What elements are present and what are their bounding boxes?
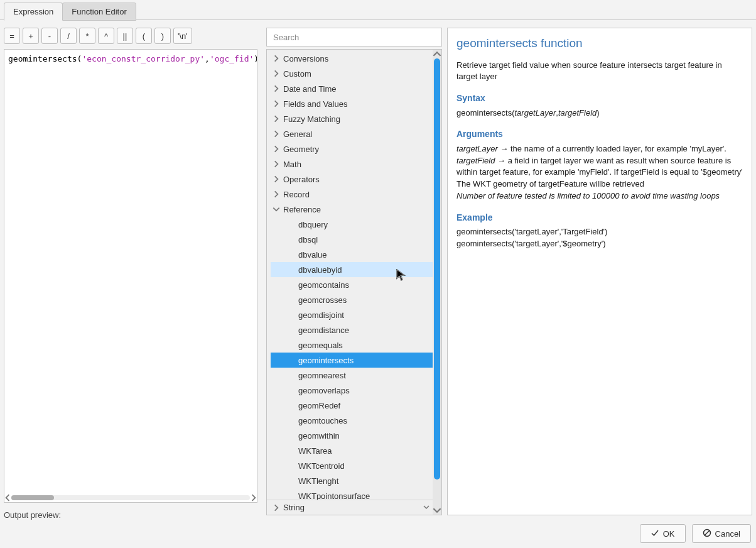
op-plus[interactable]: + — [23, 28, 39, 44]
cancel-icon — [703, 529, 711, 539]
tree-leaf-wktlenght[interactable]: WKTlenght — [271, 473, 433, 488]
tree-leaf-geomequals[interactable]: geomequals — [271, 337, 433, 353]
tree-category-custom[interactable]: Custom — [271, 66, 433, 81]
tree-leaf-geomcontains[interactable]: geomcontains — [271, 277, 433, 292]
help-syntax: geomintersects(targetLayer,targetField) — [456, 107, 743, 119]
tree-category-geometry[interactable]: Geometry — [271, 141, 433, 156]
tree-leaf-wktcentroid[interactable]: WKTcentroid — [271, 458, 433, 473]
tree-leaf-geomwithin[interactable]: geomwithin — [271, 428, 433, 443]
tree-category-fields-and-values[interactable]: Fields and Values — [271, 96, 433, 111]
help-description: Retrieve target field value when source … — [456, 60, 743, 84]
tree-category-reference[interactable]: Reference — [271, 202, 433, 217]
help-example-2: geomintersects('targetLayer','$geometry'… — [456, 238, 743, 250]
help-argument-1: targetLayer → the name of a currently lo… — [456, 143, 743, 155]
tree-leaf-dbvalue[interactable]: dbvalue — [271, 247, 433, 262]
tree-category-operators[interactable]: Operators — [271, 172, 433, 187]
cancel-button[interactable]: Cancel — [692, 524, 751, 543]
operator-toolbar: = + - / * ^ || ( ) '\n' — [4, 28, 192, 44]
tree-category-general[interactable]: General — [271, 126, 433, 141]
op-newline[interactable]: '\n' — [173, 28, 192, 44]
scroll-thumb[interactable] — [11, 495, 54, 500]
help-arguments-heading: Arguments — [456, 128, 743, 140]
scroll-left-icon[interactable] — [4, 494, 11, 501]
tree-leaf-dbvaluebyid[interactable]: dbvaluebyid — [271, 262, 433, 277]
tree-leaf-geomdisjoint[interactable]: geomdisjoint — [271, 307, 433, 322]
tree-vscrollbar[interactable] — [433, 50, 441, 515]
scroll-up-icon[interactable] — [433, 50, 441, 58]
tree-leaf-geomdistance[interactable]: geomdistance — [271, 322, 433, 337]
chevron-right-icon — [272, 114, 281, 123]
tree-leaf-geomtouches[interactable]: geomtouches — [271, 413, 433, 428]
chevron-right-icon — [272, 129, 281, 138]
tree-leaf-geomcrosses[interactable]: geomcrosses — [271, 292, 433, 307]
tree-category-fuzzy-matching[interactable]: Fuzzy Matching — [271, 111, 433, 126]
op-eq[interactable]: = — [4, 28, 20, 44]
help-title: geomintersects function — [456, 35, 743, 52]
help-argument-2: targetField → a field in target layer we… — [456, 155, 743, 191]
dialog-buttons: OK Cancel — [640, 524, 751, 543]
function-tree: ConversionsCustomDate and TimeFields and… — [266, 49, 442, 515]
tree-category-conversions[interactable]: Conversions — [271, 51, 433, 66]
tree-leaf-geomnearest[interactable]: geomnearest — [271, 368, 433, 383]
tree-category-date-and-time[interactable]: Date and Time — [271, 81, 433, 96]
op-rparen[interactable]: ) — [154, 28, 171, 44]
tree-leaf-dbquery[interactable]: dbquery — [271, 217, 433, 232]
chevron-right-icon — [272, 99, 281, 108]
chevron-right-icon — [272, 503, 281, 512]
expression-editor[interactable]: geomintersects('econ_constr_corridor_py'… — [4, 49, 257, 503]
tab-bar: Expression Function Editor — [4, 3, 136, 21]
op-minus[interactable]: - — [41, 28, 58, 44]
ok-button[interactable]: OK — [640, 524, 686, 543]
op-mul[interactable]: * — [79, 28, 95, 44]
help-example-1: geomintersects('targetLayer','TargetFiel… — [456, 226, 743, 238]
tree-category-string[interactable]: String — [267, 500, 433, 515]
chevron-right-icon — [272, 84, 281, 93]
scroll-right-icon[interactable] — [250, 494, 257, 501]
tree-leaf-geomoverlaps[interactable]: geomoverlaps — [271, 383, 433, 398]
chevron-right-icon — [272, 175, 281, 184]
chevron-down-icon — [423, 503, 430, 513]
op-div[interactable]: / — [60, 28, 77, 44]
tree-leaf-geomintersects[interactable]: geomintersects — [271, 353, 433, 368]
chevron-right-icon — [272, 190, 281, 199]
op-pow[interactable]: ^ — [98, 28, 114, 44]
tab-expression[interactable]: Expression — [4, 3, 63, 21]
help-syntax-heading: Syntax — [456, 92, 743, 104]
output-preview-label: Output preview: — [4, 510, 61, 520]
tree-leaf-dbsql[interactable]: dbsql — [271, 232, 433, 247]
tree-category-math[interactable]: Math — [271, 156, 433, 172]
tree-category-record[interactable]: Record — [271, 187, 433, 202]
chevron-right-icon — [272, 160, 281, 168]
chevron-right-icon — [272, 69, 281, 78]
op-concat[interactable]: || — [117, 28, 133, 44]
help-panel: geomintersects function Retrieve target … — [447, 28, 752, 515]
tab-function-editor[interactable]: Function Editor — [62, 3, 136, 21]
search-input[interactable] — [266, 28, 442, 47]
op-lparen[interactable]: ( — [136, 28, 152, 44]
tree-leaf-geomredef[interactable]: geomRedef — [271, 398, 433, 413]
expression-hscrollbar[interactable] — [4, 493, 257, 503]
check-icon — [651, 529, 659, 539]
chevron-right-icon — [272, 54, 281, 63]
scroll-thumb[interactable] — [434, 58, 440, 480]
chevron-down-icon — [272, 205, 281, 214]
help-example-heading: Example — [456, 211, 743, 224]
chevron-right-icon — [272, 145, 281, 153]
scroll-down-icon[interactable] — [433, 506, 441, 515]
help-argument-note: Number of feature tested is limited to 1… — [456, 190, 743, 202]
tree-leaf-wktarea[interactable]: WKTarea — [271, 443, 433, 458]
